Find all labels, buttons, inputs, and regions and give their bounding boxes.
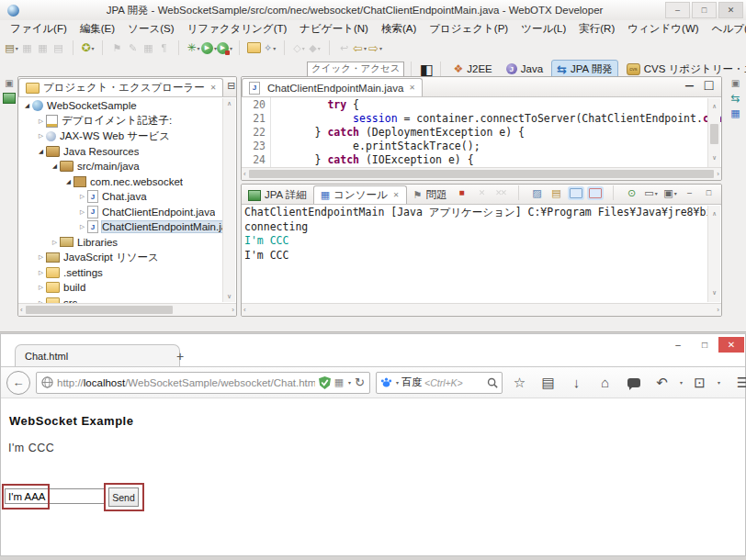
tree-expander-icon[interactable]: ▷: [50, 239, 60, 246]
menu-hamburger-button[interactable]: ☰: [731, 375, 746, 389]
tree-item-src[interactable]: ▷src: [20, 296, 222, 304]
quick-access-input[interactable]: クイック・アクセス: [307, 62, 404, 77]
tab-コンソール[interactable]: ▦コンソール✕: [313, 185, 407, 204]
bookmark-star-button[interactable]: ☆: [508, 375, 531, 389]
editor-hscrollbar[interactable]: ‹ ›: [242, 167, 721, 180]
share-bubble-button[interactable]: [622, 378, 645, 387]
hscroll-thumb[interactable]: [26, 306, 173, 314]
console-hscrollbar[interactable]: ‹ ›: [242, 303, 721, 316]
minimize-editor-button[interactable]: –: [682, 77, 697, 94]
tree-item-ChatClientEndpoint.java[interactable]: ▷JChatClientEndpoint.java: [20, 205, 222, 220]
terminate-button[interactable]: ■: [454, 185, 469, 201]
magnifier-icon[interactable]: [487, 377, 498, 388]
search-bar[interactable]: ▾ 百度 <Ctrl+K>: [376, 372, 503, 394]
tree-item-デプロイメント記述子:[interactable]: ▷デプロイメント記述子:: [20, 114, 222, 129]
chevron-down-icon[interactable]: ▾: [680, 379, 683, 386]
screenshot-clip-button[interactable]: ⊡: [688, 375, 711, 389]
external-tools-button[interactable]: ▶▾: [217, 39, 232, 56]
tree-item-Java Resources[interactable]: ◢Java Resources: [20, 144, 222, 160]
menu-item-7[interactable]: ツール(L): [514, 20, 572, 38]
tab-project-explorer[interactable]: プロジェクト・エクスプローラー ✕: [18, 78, 223, 96]
tree-item-Libraries[interactable]: ▷Libraries: [20, 235, 222, 251]
tree-expander-icon[interactable]: ▷: [36, 253, 46, 261]
console-output[interactable]: ChatClientEndpointMain [Java アプリケーション] C…: [242, 204, 721, 303]
security-shield-icon[interactable]: [319, 376, 331, 389]
minimized-view-icon[interactable]: [3, 93, 16, 104]
jpa-details-view-icon[interactable]: ▦: [730, 108, 740, 118]
menu-item-4[interactable]: ナビゲート(N): [293, 20, 375, 38]
tree-expander-icon[interactable]: ◢: [50, 162, 60, 170]
tree-expander-icon[interactable]: ▷: [36, 118, 46, 125]
debug-button[interactable]: ✳▾: [186, 39, 201, 56]
close-icon[interactable]: ✕: [409, 84, 415, 92]
tree-item-build[interactable]: ▷build: [20, 280, 222, 296]
url-text[interactable]: http://localhost/WebSocketSample/websock…: [57, 377, 315, 388]
tree-item-src/main/java[interactable]: ◢src/main/java: [20, 159, 222, 174]
close-icon[interactable]: ✕: [393, 191, 400, 199]
menu-item-5[interactable]: 検索(A): [375, 20, 423, 38]
restore-views-icon[interactable]: ▣: [5, 79, 13, 88]
reload-button[interactable]: ↻: [355, 376, 365, 388]
editor-vscrollbar[interactable]: ∧ ∨: [707, 98, 720, 167]
browser-close-button[interactable]: ✕: [718, 337, 744, 353]
tree-item-ChatClientEndpointMain.java[interactable]: ▷JChatClientEndpointMain.java: [20, 219, 222, 235]
forward-button[interactable]: ⇨▾: [367, 39, 383, 56]
tree-item-.settings[interactable]: ▷.settings: [20, 265, 222, 281]
project-tree-vscrollbar[interactable]: ∧∨: [222, 98, 235, 302]
console-vscrollbar[interactable]: ∧∨: [707, 206, 720, 302]
tree-item-com.nec.websocket[interactable]: ◢com.nec.websocket: [20, 174, 222, 190]
downloads-button[interactable]: ↓: [565, 375, 588, 389]
new-button[interactable]: ▤▾: [4, 39, 19, 56]
baidu-paw-icon[interactable]: [380, 376, 392, 388]
home-button[interactable]: ⌂: [593, 375, 616, 389]
tree-expander-icon[interactable]: ◢: [63, 178, 73, 185]
jpa-structure-view-icon[interactable]: ⇆: [730, 93, 740, 104]
show-stderr-button[interactable]: [587, 185, 603, 201]
tree-expander-icon[interactable]: ▷: [77, 223, 87, 230]
tree-item-JAX-WS Web サービス[interactable]: ▷JAX-WS Web サービス: [20, 129, 222, 144]
menu-item-8[interactable]: 実行(R): [572, 20, 621, 38]
menu-item-1[interactable]: 編集(E): [73, 20, 121, 38]
display-console-button[interactable]: ▭▾: [643, 185, 659, 201]
hscroll-thumb[interactable]: [249, 170, 715, 178]
clear-console-button[interactable]: ▨: [529, 185, 545, 201]
tree-expander-icon[interactable]: ▷: [77, 208, 87, 216]
eclipse-maximize-button[interactable]: □: [692, 2, 717, 18]
tree-item-WebSocketSample[interactable]: ◢WebSocketSample: [20, 98, 222, 114]
scroll-lock-button[interactable]: ▤: [548, 185, 564, 201]
session-restore-button[interactable]: ↶: [650, 375, 673, 389]
eclipse-close-button[interactable]: ✕: [718, 2, 743, 18]
tree-item-Chat.java[interactable]: ▷JChat.java: [20, 189, 222, 205]
perspective-Java[interactable]: JJava: [501, 61, 548, 77]
menu-item-9[interactable]: ウィンドウ(W): [621, 20, 705, 38]
menu-item-0[interactable]: ファイル(F): [4, 20, 73, 38]
webotx-generate-button[interactable]: ✪▾: [80, 39, 96, 56]
menu-item-6[interactable]: プロジェクト(P): [423, 20, 514, 38]
tab-editor-file[interactable]: J ChatClientEndpointMain.java ✕: [242, 78, 423, 96]
browser-maximize-button[interactable]: □: [692, 337, 718, 353]
browser-minimize-button[interactable]: –: [665, 337, 691, 353]
maximize-console-button[interactable]: □: [701, 185, 717, 201]
tree-expander-icon[interactable]: ▷: [36, 284, 46, 291]
open-resource-button[interactable]: [246, 39, 262, 56]
minimize-console-button[interactable]: –: [682, 185, 697, 201]
back-button[interactable]: ⇦▾: [352, 39, 367, 56]
tree-expander-icon[interactable]: ◢: [22, 102, 32, 109]
tab-問題[interactable]: ⚑問題: [407, 186, 454, 204]
restore-views-icon[interactable]: ▣: [731, 79, 740, 88]
new-tab-button[interactable]: +: [172, 349, 188, 364]
tree-expander-icon[interactable]: ▷: [77, 193, 87, 200]
code-area[interactable]: 20212223242526 try { session = container…: [242, 96, 721, 167]
search-wand-button[interactable]: ✧▾: [262, 39, 277, 56]
tree-expander-icon[interactable]: ▷: [36, 132, 46, 140]
menu-item-10[interactable]: ヘルプ(H): [706, 20, 746, 38]
maximize-editor-button[interactable]: □: [701, 77, 717, 94]
chevron-down-icon[interactable]: ▾: [718, 379, 720, 386]
perspective-J2EE[interactable]: ❖J2EE: [447, 61, 497, 77]
tab-JPA 詳細[interactable]: JPA 詳細: [242, 186, 313, 204]
chevron-down-icon[interactable]: ▾: [348, 379, 351, 386]
tree-expander-icon[interactable]: ▷: [36, 269, 46, 276]
browser-tab[interactable]: Chat.html: [15, 344, 180, 366]
url-bar[interactable]: http://localhost/WebSocketSample/websock…: [36, 372, 370, 394]
close-icon[interactable]: ✕: [210, 84, 217, 92]
